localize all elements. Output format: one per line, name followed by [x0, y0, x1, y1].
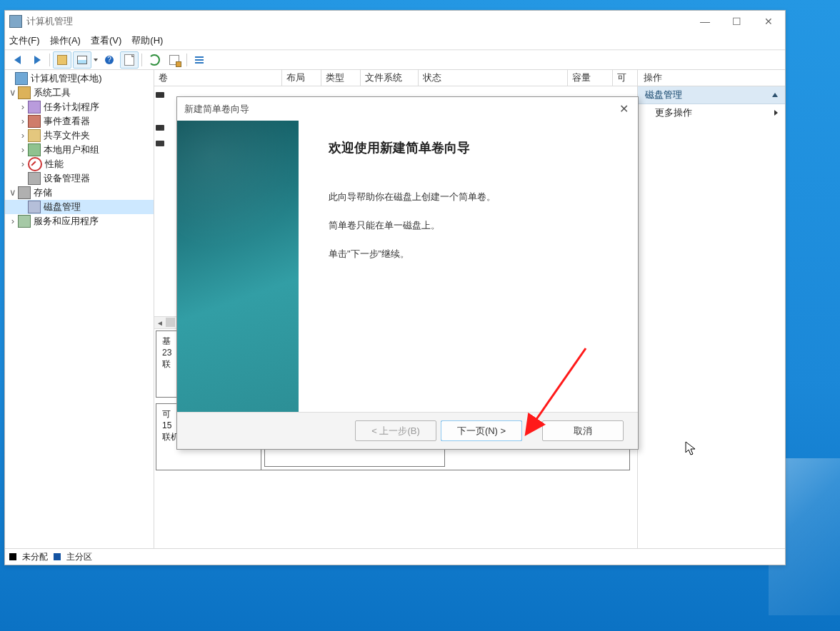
- toolbar-separator: [49, 54, 50, 66]
- menu-help[interactable]: 帮助(H): [131, 34, 163, 47]
- tree-label: 任务计划程序: [44, 101, 99, 113]
- tree-event-viewer[interactable]: ›事件查看器: [5, 114, 154, 128]
- wizard-heading: 欢迎使用新建简单卷向导: [329, 139, 611, 156]
- new-simple-volume-wizard: 新建简单卷向导 ✕ 欢迎使用新建简单卷向导 此向导帮助你在磁盘上创建一个简单卷。…: [176, 96, 639, 450]
- tree-label: 事件查看器: [44, 115, 90, 128]
- collapse-icon: [772, 93, 778, 97]
- nav-forward-button[interactable]: [28, 51, 46, 69]
- toolbar-separator: [186, 54, 187, 66]
- col-type[interactable]: 类型: [321, 70, 361, 86]
- wizard-button-bar: < 上一步(B) 下一页(N) > 取消: [177, 412, 638, 449]
- col-capacity[interactable]: 容量: [568, 70, 613, 86]
- refresh-button[interactable]: [145, 51, 164, 69]
- users-icon: [28, 143, 41, 156]
- legend-swatch-unallocated: [9, 553, 16, 560]
- col-avail[interactable]: 可: [613, 70, 637, 86]
- tree-label: 系统工具: [34, 86, 71, 99]
- col-volume[interactable]: 卷: [154, 70, 282, 86]
- refresh-icon: [149, 54, 160, 66]
- tree-local-users[interactable]: ›本地用户和组: [5, 143, 154, 157]
- grid-icon: [77, 56, 87, 64]
- device-icon: [28, 172, 41, 185]
- tree-label: 存储: [34, 186, 52, 199]
- actions-more[interactable]: 更多操作: [638, 104, 785, 121]
- scroll-left-button[interactable]: ◄: [154, 317, 166, 328]
- tree-device-manager[interactable]: 设备管理器: [5, 171, 154, 186]
- menu-action[interactable]: 操作(A): [50, 34, 81, 47]
- up-level-button[interactable]: [53, 51, 71, 69]
- event-icon: [28, 115, 41, 128]
- tree-shared-folders[interactable]: ›共享文件夹: [5, 128, 154, 143]
- submenu-icon: [774, 110, 778, 116]
- tree-system-tools[interactable]: ∨系统工具: [5, 86, 154, 100]
- tree-performance[interactable]: ›性能: [5, 157, 154, 171]
- actions-group-label: 磁盘管理: [645, 89, 682, 101]
- actions-header: 操作: [638, 70, 785, 86]
- window-minimize-button[interactable]: —: [689, 11, 721, 32]
- legend-label: 未分配: [22, 551, 48, 563]
- tree-task-scheduler[interactable]: ›任务计划程序: [5, 100, 154, 114]
- col-fs[interactable]: 文件系统: [361, 70, 419, 86]
- tree-disk-management[interactable]: 磁盘管理: [5, 200, 154, 214]
- app-icon: [9, 15, 22, 28]
- storage-icon: [18, 186, 31, 199]
- tree-label: 磁盘管理: [44, 201, 81, 213]
- tree-services-apps[interactable]: ›服务和应用程序: [5, 214, 154, 228]
- toolbar-separator: [141, 54, 142, 66]
- sheet-button[interactable]: [120, 51, 139, 69]
- window-maximize-button[interactable]: ☐: [721, 11, 752, 32]
- wizard-close-button[interactable]: ✕: [609, 97, 638, 121]
- tree-label: 计算机管理(本地): [31, 72, 102, 85]
- performance-icon: [28, 157, 42, 171]
- tools-icon: [18, 86, 31, 99]
- scroll-thumb[interactable]: [166, 318, 175, 327]
- wizard-next-button[interactable]: 下一页(N) >: [441, 420, 522, 441]
- wizard-text: 单击"下一步"继续。: [329, 248, 611, 261]
- nav-back-button[interactable]: [8, 51, 26, 69]
- wizard-back-button: < 上一步(B): [355, 420, 436, 441]
- menu-file[interactable]: 文件(F): [9, 34, 40, 47]
- sheet-icon: [124, 54, 134, 66]
- navigation-tree[interactable]: 计算机管理(本地) ∨系统工具 ›任务计划程序 ›事件查看器 ›共享文件夹 ›本…: [5, 70, 154, 565]
- wizard-cancel-button[interactable]: 取消: [542, 420, 624, 441]
- help-icon: ?: [105, 56, 114, 64]
- legend: 未分配 主分区: [5, 548, 785, 565]
- window-close-button[interactable]: ✕: [752, 11, 785, 32]
- tree-root[interactable]: 计算机管理(本地): [5, 71, 154, 86]
- menu-view[interactable]: 查看(V): [91, 34, 121, 47]
- back-icon: [14, 56, 21, 64]
- wizard-text: 此向导帮助你在磁盘上创建一个简单卷。: [329, 191, 611, 203]
- wizard-text: 简单卷只能在单一磁盘上。: [329, 219, 611, 232]
- tree-label: 设备管理器: [44, 172, 90, 185]
- legend-swatch-primary: [54, 553, 61, 560]
- tree-label: 服务和应用程序: [34, 215, 99, 228]
- list-icon: [195, 56, 204, 64]
- volume-row[interactable]: [156, 89, 164, 101]
- up-icon: [57, 55, 67, 65]
- col-layout[interactable]: 布局: [282, 70, 321, 86]
- menubar: 文件(F) 操作(A) 查看(V) 帮助(H): [5, 32, 785, 50]
- forward-icon: [34, 56, 41, 64]
- scheduler-icon: [28, 101, 41, 113]
- tree-label: 本地用户和组: [44, 143, 99, 156]
- view-grid-button[interactable]: [73, 51, 91, 69]
- view-grid-dropdown[interactable]: [93, 59, 99, 61]
- wizard-content: 欢迎使用新建简单卷向导 此向导帮助你在磁盘上创建一个简单卷。 简单卷只能在单一磁…: [299, 121, 638, 413]
- services-icon: [18, 215, 31, 228]
- volume-list-header: 卷 布局 类型 文件系统 状态 容量 可: [154, 70, 637, 86]
- volume-icon: [156, 92, 164, 98]
- actions-group-disk-management[interactable]: 磁盘管理: [638, 86, 785, 104]
- legend-label: 主分区: [66, 551, 92, 563]
- list-view-button[interactable]: [190, 51, 209, 69]
- properties-button[interactable]: [165, 51, 184, 69]
- help-button[interactable]: ?: [100, 51, 119, 69]
- share-icon: [28, 129, 41, 142]
- col-status[interactable]: 状态: [419, 70, 568, 86]
- tree-storage[interactable]: ∨存储: [5, 186, 154, 200]
- titlebar[interactable]: 计算机管理 — ☐ ✕: [5, 11, 785, 32]
- window-title: 计算机管理: [26, 15, 689, 28]
- toolbar: ?: [5, 50, 785, 70]
- wizard-sidebar-graphic: [177, 121, 299, 413]
- tree-label: 共享文件夹: [44, 129, 90, 142]
- properties-icon: [169, 55, 179, 65]
